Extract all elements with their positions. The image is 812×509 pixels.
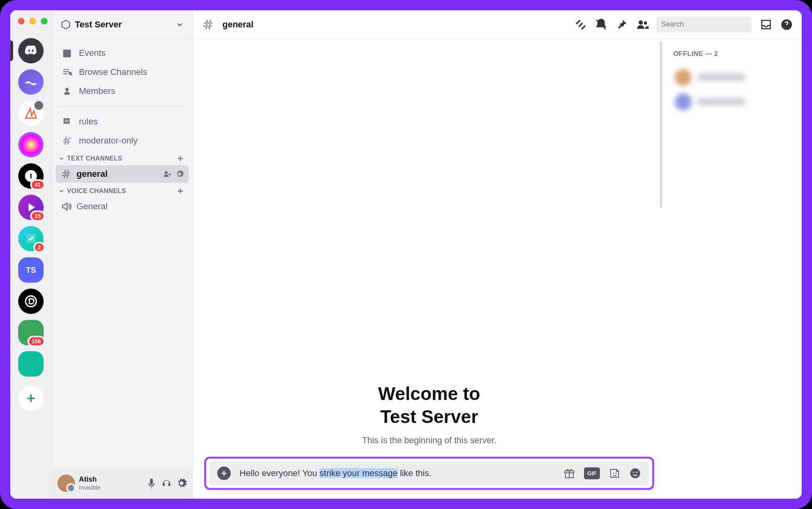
general-voice-channel[interactable]: General [56,198,189,215]
unread-badge: 156 [27,336,45,347]
svg-point-6 [633,472,635,473]
server-item[interactable] [18,101,44,126]
gif-button[interactable]: GIF [584,467,600,479]
members-icon [61,86,73,97]
search-box[interactable] [657,17,752,33]
server-header[interactable]: Test Server [52,10,193,39]
voice-channels-category[interactable]: VOICE CHANNELS [56,183,189,198]
server-item[interactable]: 41 [18,163,44,189]
text-channels-category[interactable]: TEXT CHANNELS [56,150,189,165]
server-item[interactable] [18,351,44,377]
welcome-subtitle: This is the beginning of this server. [204,435,654,446]
hash-icon [61,168,72,180]
chevron-down-icon [175,20,184,29]
unread-badge: 41 [30,179,45,190]
pin-icon[interactable] [615,18,628,31]
add-server-button[interactable]: + [18,386,44,411]
invite-icon[interactable] [163,170,171,178]
window-traffic-lights[interactable] [18,18,48,25]
welcome-line1: Welcome to [378,383,480,404]
rules-channel[interactable]: rules [56,112,189,131]
voice-channel-label: General [77,201,107,212]
minimize-window[interactable] [29,18,36,25]
message-compose[interactable]: Hello everyone! You strike your message … [209,461,649,486]
server-item[interactable]: 15 [18,195,44,220]
scrollbar[interactable] [660,41,662,208]
help-icon[interactable] [780,18,793,31]
unread-badge: 2 [33,242,45,253]
svg-point-5 [630,469,640,478]
svg-point-4 [615,473,617,474]
category-label: TEXT CHANNELS [67,155,122,162]
main-column: general Welcome to [193,10,802,499]
notifications-icon[interactable] [595,18,607,31]
member-item[interactable] [673,90,794,114]
add-channel-icon[interactable] [176,187,185,195]
direct-messages-button[interactable] [18,38,44,63]
server-initials: TS [26,266,36,275]
chevron-down-icon [58,155,65,162]
browse-icon [61,67,73,78]
welcome-line2: Test Server [380,406,478,427]
channel-header: general [193,10,802,39]
svg-point-3 [613,473,614,474]
gear-icon[interactable] [175,170,184,178]
add-channel-icon[interactable] [176,154,185,163]
attach-button[interactable] [217,467,231,480]
server-item-active[interactable]: TS [18,257,44,283]
server-item[interactable] [18,69,44,95]
selected-text: strike your message [320,468,398,478]
maximize-window[interactable] [41,18,48,25]
calendar-icon [61,48,73,59]
rules-label: rules [79,117,98,127]
member-item[interactable] [673,65,794,90]
channel-name: general [222,19,253,30]
rules-icon [61,116,73,127]
hash-icon [202,18,214,31]
server-name: Test Server [75,19,175,30]
welcome-block: Welcome to Test Server This is the begin… [204,383,654,457]
threads-icon[interactable] [574,18,587,31]
sticker-icon[interactable] [609,467,620,479]
user-area: Atish Invisible [52,468,193,499]
hash-lock-icon [61,135,73,146]
user-name: Atish [79,475,142,484]
channel-panel: Test Server Events Browse Channels Membe… [52,10,193,499]
server-boost-icon [61,19,71,30]
compose-text[interactable]: Hello everyone! You strike your message … [239,468,555,478]
svg-point-7 [636,472,638,473]
channel-label: general [77,169,107,179]
chevron-down-icon [58,188,65,194]
category-label: VOICE CHANNELS [67,188,126,195]
search-input[interactable] [661,20,753,29]
user-avatar[interactable] [57,475,75,492]
server-item[interactable]: 2 [18,226,44,251]
server-item[interactable]: 156 [18,320,44,345]
server-item[interactable] [18,132,44,157]
gift-icon[interactable] [563,467,575,479]
user-status: Invisible [79,484,142,491]
inbox-icon[interactable] [760,18,772,31]
members-category: OFFLINE — 2 [673,50,794,58]
events-label: Events [79,48,105,58]
browse-label: Browse Channels [79,67,147,77]
members-button[interactable]: Members [56,82,189,101]
mute-icon[interactable] [146,478,157,489]
compose-highlight: Hello everyone! You strike your message … [204,457,654,490]
unread-badge: 15 [30,210,45,222]
moderator-channel[interactable]: moderator-only [56,131,189,150]
emoji-icon[interactable] [629,467,641,479]
server-rail: 41 15 2 TS 156 + [10,10,52,499]
speaker-icon [61,201,72,212]
show-members-icon[interactable] [636,18,649,31]
browse-channels-button[interactable]: Browse Channels [56,63,189,82]
server-item[interactable] [18,289,44,314]
messages-area: Welcome to Test Server This is the begin… [193,39,665,499]
members-panel: OFFLINE — 2 [665,39,802,499]
general-text-channel[interactable]: general [56,165,189,183]
events-button[interactable]: Events [56,44,189,63]
settings-icon[interactable] [176,478,187,489]
deafen-icon[interactable] [161,478,172,489]
close-window[interactable] [18,18,25,25]
user-info[interactable]: Atish Invisible [79,475,142,491]
